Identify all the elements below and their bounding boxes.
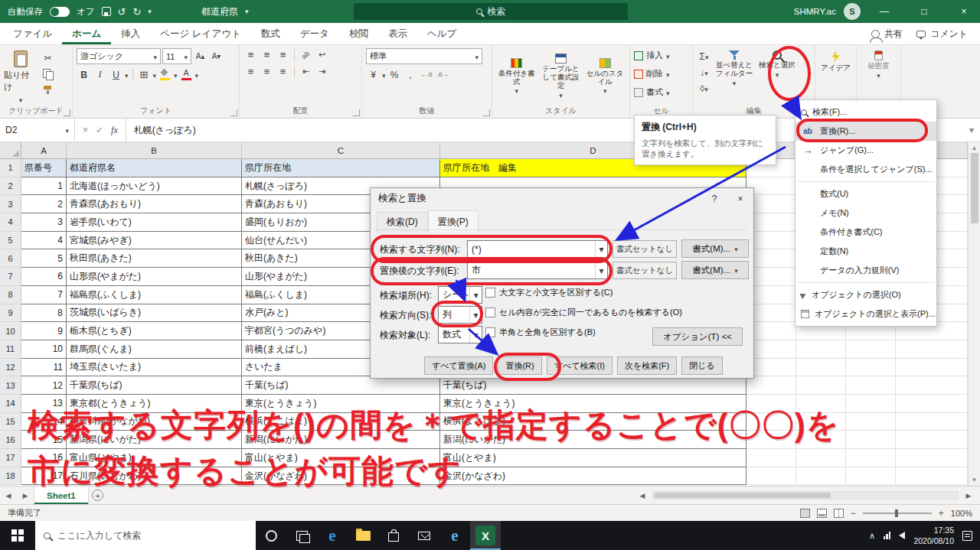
dialog-button[interactable]: 閉じる (681, 356, 723, 375)
ribbon-tab[interactable]: 挿入 (111, 23, 150, 44)
match-entire-cell-checkbox[interactable]: セル内容が完全に同一であるものを検索する(O) (485, 307, 682, 318)
cell[interactable] (796, 431, 846, 449)
cell[interactable]: 青森県(あおもり) (67, 195, 242, 213)
cell[interactable]: 新潟県(にいがた) (67, 431, 242, 449)
match-case-checkbox[interactable]: 大文字と小文字を区別する(C) (485, 287, 612, 298)
row-header[interactable]: 11 (0, 340, 21, 359)
font-size-select[interactable]: 11 (162, 48, 191, 64)
menu-item[interactable]: 定数(N) (795, 242, 936, 261)
cell[interactable] (846, 413, 896, 431)
menu-item[interactable]: 検索(F)... (795, 103, 936, 122)
menu-item[interactable]: データの入力規則(V) (795, 261, 936, 280)
cell[interactable]: 千葉(ちば) (242, 376, 440, 395)
dialog-close-button[interactable]: × (727, 188, 753, 209)
row-header[interactable]: 5 (0, 232, 21, 250)
ribbon-tab[interactable]: 校閲 (339, 23, 378, 44)
store-button[interactable] (378, 521, 409, 550)
delete-cells-button[interactable]: 削除 (634, 67, 688, 81)
dialog-launcher-icon[interactable] (230, 109, 237, 116)
row-header[interactable]: 9 (0, 304, 21, 323)
align-right-icon[interactable] (276, 65, 290, 78)
increase-decimal-icon[interactable] (420, 68, 434, 81)
excel-taskbar-button[interactable]: X (470, 521, 501, 550)
caret-down-icon[interactable]: ▾ (595, 241, 607, 257)
cell[interactable] (896, 395, 968, 413)
cell[interactable] (796, 413, 846, 431)
replace-with-input[interactable]: 市▾ (467, 262, 608, 279)
cell[interactable]: 埼玉県(さいたま) (67, 359, 242, 377)
cell[interactable]: 4 (21, 232, 67, 250)
menu-item[interactable]: オブジェクトの選択と表示(P)... (795, 304, 936, 324)
file-explorer-button[interactable] (348, 521, 378, 550)
formula-bar-expand-icon[interactable]: ▾ (963, 119, 980, 142)
cell[interactable] (846, 340, 896, 359)
format-as-table-button[interactable]: テーブルとして書式設定 (541, 48, 582, 106)
task-view-button[interactable] (286, 521, 317, 550)
row-header[interactable]: 18 (0, 467, 21, 486)
borders-icon[interactable] (137, 68, 152, 81)
cell-b1[interactable]: 都道府県名 (67, 159, 242, 177)
italic-icon[interactable] (93, 68, 107, 81)
menu-item[interactable]: メモ(N) (795, 203, 936, 223)
cell[interactable]: 13 (21, 395, 67, 413)
menu-item[interactable]: 条件付き書式(C) (795, 223, 936, 242)
cell[interactable]: 14 (21, 413, 67, 431)
insert-cells-button[interactable]: 挿入 (634, 48, 688, 63)
cell[interactable] (896, 340, 968, 359)
clear-icon[interactable]: ◊ (697, 82, 711, 95)
volume-icon[interactable] (899, 532, 905, 539)
insert-function-icon[interactable]: fx (111, 125, 118, 136)
cell-c1[interactable]: 県庁所在地 (242, 159, 440, 177)
scrollbar-track[interactable] (652, 491, 959, 500)
find-select-button[interactable]: 検索と選択 (757, 48, 797, 106)
menu-item[interactable]: 数式(U) (795, 184, 936, 203)
caret-down-icon[interactable] (153, 70, 157, 80)
tray-chevron-up-icon[interactable]: ∧ (869, 531, 875, 541)
cell-a1[interactable]: 県番号 (21, 159, 67, 177)
workbook-title[interactable]: 都道府県 (201, 5, 238, 18)
scrollbar-thumb[interactable] (971, 153, 978, 223)
page-layout-view-icon[interactable] (817, 509, 827, 518)
row-header[interactable]: 7 (0, 268, 21, 286)
cell[interactable]: 千葉県(ちば) (67, 376, 242, 395)
cell[interactable] (896, 413, 968, 431)
copy-icon[interactable] (41, 67, 55, 80)
cell[interactable]: 群馬県(ぐんま) (67, 340, 242, 359)
cell[interactable]: 東京都(とうきょう) (67, 395, 242, 413)
cut-icon[interactable] (41, 51, 55, 64)
cell[interactable] (896, 467, 968, 486)
cell[interactable] (746, 413, 796, 431)
avatar[interactable]: S (844, 3, 861, 20)
redo-icon[interactable]: ↻ (132, 6, 141, 18)
row-header[interactable]: 13 (0, 376, 21, 395)
sheet-nav-right-icon[interactable]: ▶ (17, 487, 34, 504)
cell[interactable]: 金沢(かなざわ) (440, 467, 746, 486)
increase-indent-icon[interactable] (315, 65, 329, 78)
caret-down-icon[interactable]: ▾ (469, 307, 482, 323)
scroll-left-icon[interactable]: ◀ (634, 492, 651, 500)
mail-button[interactable] (409, 521, 439, 550)
scrollbar-thumb[interactable] (655, 493, 831, 498)
cell[interactable] (896, 431, 968, 449)
cell[interactable]: 7 (21, 286, 67, 304)
row-header[interactable]: 17 (0, 449, 21, 467)
menu-item[interactable]: 条件を選択してジャンプ(S)... (795, 160, 936, 179)
cell[interactable] (746, 431, 796, 449)
cell[interactable]: 北海道(ほっかいどう) (67, 177, 242, 196)
dialog-launcher-icon[interactable] (353, 109, 360, 116)
replace-format-button[interactable]: 書式(M)... (681, 261, 749, 279)
minimize-button[interactable]: — (868, 0, 900, 23)
caret-down-icon[interactable] (125, 70, 129, 80)
cell[interactable]: 2 (21, 195, 67, 213)
number-format-select[interactable]: 標準 (366, 48, 482, 64)
ribbon-tab[interactable]: データ (290, 23, 339, 44)
decrease-decimal-icon[interactable] (436, 68, 450, 81)
cell[interactable]: 千葉(ちば) (440, 376, 746, 395)
autosum-icon[interactable]: Σ (697, 50, 711, 63)
cell[interactable] (846, 395, 896, 413)
zoom-level[interactable]: 100% (951, 509, 972, 518)
dialog-button[interactable]: 置換(R) (498, 356, 541, 375)
sort-filter-button[interactable]: 並べ替えとフィルター (714, 48, 754, 106)
cell[interactable]: 6 (21, 268, 67, 286)
save-icon[interactable] (102, 7, 111, 16)
